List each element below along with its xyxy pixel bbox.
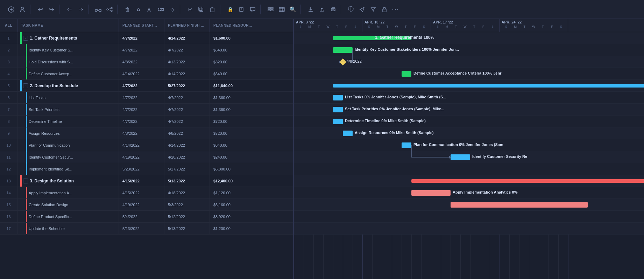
add-button[interactable]: [6, 5, 16, 14]
network-button[interactable]: [105, 5, 114, 14]
svg-rect-17: [271, 7, 273, 9]
table-row[interactable]: 7 Set Task Priorities 4/7/2022 4/7/2022 …: [0, 104, 293, 116]
row-task-name: Determine Timeline: [17, 116, 119, 127]
svg-rect-11: [211, 8, 214, 12]
col-all-header[interactable]: ALL: [0, 19, 17, 32]
table-row[interactable]: 14 Apply Implementation A... 4/15/2022 4…: [0, 187, 293, 199]
diamond-shape-button[interactable]: ◇: [167, 5, 177, 14]
export-button[interactable]: [306, 5, 316, 14]
copy-button[interactable]: [196, 5, 206, 14]
table-row[interactable]: 3 Hold Discussions with S... 4/8/2022 4/…: [0, 56, 293, 68]
row-start: 4/7/2022: [119, 44, 164, 56]
table-row[interactable]: 4 Define Customer Accep... 4/14/2022 4/1…: [0, 68, 293, 80]
row-resources: $640.00: [210, 68, 293, 79]
row-start: 4/19/2022: [119, 199, 164, 210]
redo-button[interactable]: ↪: [47, 5, 56, 14]
task-bar[interactable]: [451, 154, 470, 160]
link-button[interactable]: [93, 5, 103, 14]
row-task-name: Plan for Communication: [17, 139, 119, 151]
table-row[interactable]: 10 Plan for Communication 4/14/2022 4/14…: [0, 139, 293, 151]
row-resources: $720.00: [210, 116, 293, 127]
table-row[interactable]: 12 Implement Identified Se... 5/23/2022 …: [0, 163, 293, 175]
row-start: 4/14/2022: [119, 68, 164, 79]
gantt-view-button[interactable]: [266, 5, 275, 14]
task-bar[interactable]: [333, 95, 343, 100]
task-bar[interactable]: [343, 131, 353, 136]
task-bar[interactable]: [402, 71, 411, 77]
week-label: APR, 17 '22SMTWTFS: [431, 19, 500, 32]
collapse-icon[interactable]: −: [23, 83, 28, 88]
security-lock-button[interactable]: [380, 5, 389, 14]
col-finish-header: PLANNED FINISH ...: [164, 19, 210, 32]
print-button[interactable]: [328, 5, 338, 14]
row-task-name: Define Customer Accep...: [17, 68, 119, 79]
send-button[interactable]: [357, 5, 367, 14]
task-bar[interactable]: [333, 119, 343, 124]
share-button[interactable]: [317, 5, 327, 14]
table-row[interactable]: 5 − 2. Develop the Schedule 4/7/2022 5/2…: [0, 80, 293, 92]
lock-button[interactable]: 🔒: [225, 5, 235, 14]
row-number: 3: [0, 56, 17, 68]
table-row[interactable]: 17 Update the Schedule 5/13/2022 5/13/20…: [0, 223, 293, 235]
row-resources: $1,200.00: [210, 223, 293, 234]
row-number: 8: [0, 116, 17, 127]
table-row[interactable]: 13 − 3. Design the Solution 4/15/2022 5/…: [0, 175, 293, 187]
table-row[interactable]: 2 Identify Key Customer S... 4/7/2022 4/…: [0, 44, 293, 56]
table-row[interactable]: 1 − 1. Gather Requirements 4/7/2022 4/14…: [0, 32, 293, 44]
task-bar[interactable]: [402, 142, 411, 148]
indent-button[interactable]: ⇒: [76, 5, 85, 14]
paste-button[interactable]: [207, 5, 217, 14]
row-start: 4/7/2022: [119, 80, 164, 91]
table-view-button[interactable]: [277, 5, 286, 14]
comment-button[interactable]: [248, 5, 257, 14]
table-row[interactable]: 9 Assign Resources 4/8/2022 4/8/2022 $72…: [0, 127, 293, 139]
table-row[interactable]: 8 Determine Timeline 4/7/2022 4/7/2022 $…: [0, 116, 293, 127]
paint-button[interactable]: [145, 5, 155, 14]
row-number: 15: [0, 199, 17, 210]
row-number: 6: [0, 92, 17, 103]
row-number: 7: [0, 104, 17, 115]
chart-row-bg: [294, 223, 644, 235]
gantt-table: ALL TASK NAME PLANNED START... PLANNED F…: [0, 19, 294, 279]
row-number: 14: [0, 187, 17, 198]
more-button[interactable]: ···: [391, 5, 401, 14]
bar-label: List Tasks 0% Jennifer Jones (Sample), M…: [345, 95, 446, 99]
collapse-icon[interactable]: −: [23, 179, 28, 183]
cut-button[interactable]: ✂: [185, 5, 195, 14]
outdent-button[interactable]: ⇐: [64, 5, 74, 14]
summary-bar: [411, 179, 644, 183]
row-finish: 4/14/2022: [164, 32, 210, 44]
document-button[interactable]: [236, 5, 246, 14]
svg-line-7: [108, 8, 111, 9]
number-button[interactable]: 123: [156, 5, 166, 14]
person-button[interactable]: [17, 5, 27, 14]
row-start: 4/8/2022: [119, 127, 164, 139]
row-finish: 4/14/2022: [164, 139, 210, 151]
task-bar[interactable]: [411, 190, 451, 196]
row-start: 5/23/2022: [119, 163, 164, 175]
bar-label: Plan for Communication 0% Jennifer Jones…: [413, 142, 503, 147]
row-task-name: Define Product Specific...: [17, 211, 119, 222]
week-label: APR, 3 '22SMTWTFS: [294, 19, 362, 32]
table-row[interactable]: 11 Identify Customer Secur... 4/19/2022 …: [0, 151, 293, 163]
task-bar[interactable]: [333, 107, 343, 112]
undo-button[interactable]: ↩: [35, 5, 45, 14]
table-row[interactable]: 16 Define Product Specific... 5/4/2022 5…: [0, 211, 293, 223]
collapse-icon[interactable]: −: [23, 36, 28, 41]
table-row[interactable]: 6 List Tasks 4/7/2022 4/7/2022 $1,360.00: [0, 92, 293, 104]
info-button[interactable]: ⓘ: [346, 5, 356, 14]
row-start: 4/7/2022: [119, 32, 164, 44]
filter-button[interactable]: [368, 5, 378, 14]
week-label: APR, 10 '22SMTWTFS: [362, 19, 431, 32]
row-task-name: List Tasks: [17, 92, 119, 103]
main-container: ALL TASK NAME PLANNED START... PLANNED F…: [0, 19, 644, 279]
row-number: 17: [0, 223, 17, 234]
toolbar-group-misc: 🔒: [222, 5, 261, 14]
table-row[interactable]: 15 Create Solution Design ... 4/19/2022 …: [0, 199, 293, 211]
search-button[interactable]: 🔍: [288, 5, 298, 14]
text-format-button[interactable]: A: [134, 5, 143, 14]
task-bar[interactable]: [333, 47, 353, 53]
chart-row-bg: [294, 211, 644, 223]
delete-button[interactable]: 🗑: [122, 5, 132, 14]
task-bar[interactable]: [451, 202, 588, 208]
